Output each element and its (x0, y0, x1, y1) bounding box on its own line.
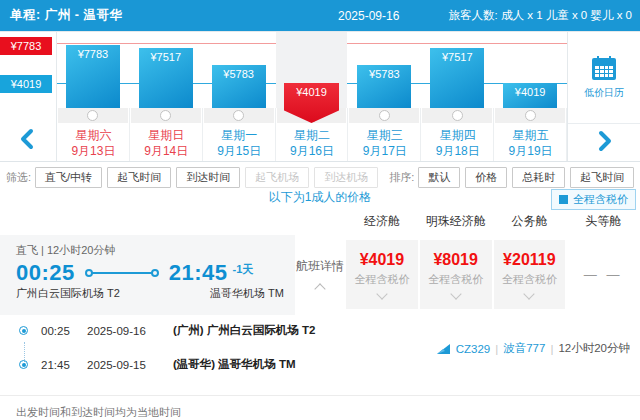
fare-cell-公务舱[interactable]: ¥20119全程含税价 (494, 240, 566, 309)
calendar-day-9月16日[interactable]: ¥4019星期二9月16日 (276, 32, 349, 161)
checkbox-filled-icon (559, 195, 568, 204)
day-date: 9月13日 (57, 143, 130, 160)
calendar-day-9月15日[interactable]: ¥5783星期一9月15日 (203, 32, 276, 161)
segment-date: 2025-09-15 (87, 359, 165, 371)
flight-path-line-icon (89, 272, 155, 274)
chevron-up-icon (314, 283, 325, 294)
calendar-day-9月13日[interactable]: ¥7783星期六9月13日 (57, 32, 130, 161)
price-bar[interactable]: ¥7783 (66, 45, 120, 110)
flight-details-toggle[interactable]: 航班详情 (295, 235, 345, 315)
arrival-airport: 温哥华机场 TM (210, 286, 284, 301)
next-week-button[interactable] (596, 130, 614, 152)
segment-time: 21:45 (41, 359, 81, 371)
price-chart: ¥7783星期六9月13日¥7517星期日9月14日¥5783星期一9月15日¥… (57, 32, 567, 161)
filter-label: 筛选: (6, 170, 31, 185)
fare-cell-头等舱: — — (567, 240, 639, 309)
calendar-day-9月19日[interactable]: ¥4019星期五9月19日 (494, 32, 567, 161)
cabin-header-公务舱: 公务舱 (493, 213, 567, 230)
flight-detail-panel: CZ329 | 波音777 | 12小时20分钟 00:252025-09-16… (0, 315, 640, 395)
day-date: 9月14日 (130, 143, 203, 160)
flight-number: CZ329 (456, 343, 491, 355)
radio-icon (525, 110, 536, 121)
calendar-day-9月18日[interactable]: ¥7517星期四9月18日 (421, 32, 494, 161)
day-weekday: 星期日 (130, 127, 203, 144)
fare-unavailable: — — (584, 267, 623, 282)
day-date: 9月18日 (421, 143, 494, 160)
sort-button-起飞时间[interactable]: 起飞时间 (570, 167, 634, 188)
day-date: 9月16日 (276, 143, 349, 160)
fare-price: ¥8019 (433, 251, 478, 269)
sort-button-默认[interactable]: 默认 (418, 167, 460, 188)
airline-info: CZ329 | 波音777 | 12小时20分钟 (436, 341, 630, 356)
price-bar[interactable]: ¥5783 (212, 65, 266, 110)
price-bar[interactable]: ¥4019 (503, 83, 557, 110)
day-weekday: 星期六 (57, 127, 130, 144)
tax-included-label: 全程含税价 (573, 192, 628, 207)
day-radio[interactable] (58, 108, 128, 123)
sort-button-价格[interactable]: 价格 (465, 167, 507, 188)
side-panel-divider (568, 123, 640, 124)
filter-buttons: 直飞/中转起飞时间到达时间起飞机场到达机场 (35, 167, 383, 188)
day-radio[interactable] (422, 108, 492, 123)
fare-price: ¥4019 (360, 251, 405, 269)
price-calendar: ¥7783 ¥4019 ¥7783星期六9月13日¥7517星期日9月14日¥5… (0, 31, 640, 162)
chevron-down-icon (524, 288, 535, 299)
segment-airport: (温哥华) 温哥华机场 TM (173, 357, 296, 372)
price-chart-columns: ¥7783星期六9月13日¥7517星期日9月14日¥5783星期一9月15日¥… (57, 32, 567, 161)
segment-time: 00:25 (41, 325, 81, 337)
leg-duration: 12小时20分钟 (558, 341, 630, 356)
trip-header-bar: 单程: 广州 - 温哥华 2025-09-16 旅客人数: 成人 x 1 儿童 … (0, 0, 640, 31)
flight-type-duration: 直飞 | 12小时20分钟 (16, 243, 295, 258)
trip-route-cities: 广州 - 温哥华 (45, 8, 123, 22)
calendar-side-panel: 低价日历 (567, 32, 640, 161)
radio-icon (452, 110, 463, 121)
fare-cell-经济舱[interactable]: ¥4019全程含税价 (346, 240, 418, 309)
segment-airport: (广州) 广州白云国际机场 T2 (173, 323, 315, 338)
flight-search-page: 单程: 广州 - 温哥华 2025-09-16 旅客人数: 成人 x 1 儿童 … (0, 0, 640, 420)
cabin-class-header: 经济舱明珠经济舱公务舱头等舱 (0, 208, 640, 235)
price-bar[interactable]: ¥5783 (357, 65, 411, 110)
filter-button-到达时间[interactable]: 到达时间 (176, 167, 240, 188)
fare-tax-note: 全程含税价 (428, 272, 483, 287)
day-radio[interactable] (349, 108, 419, 123)
trip-date: 2025-09-16 (338, 9, 399, 23)
day-date: 9月19日 (494, 143, 567, 160)
low-price-calendar-icon[interactable] (592, 58, 616, 80)
day-weekday: 星期二 (276, 127, 349, 144)
cabin-header-明珠经济舱: 明珠经济舱 (419, 213, 493, 230)
flight-details-label: 航班详情 (296, 258, 344, 275)
flight-result-card: 直飞 | 12小时20分钟 00:25 21:45 -1天 广州白云国际机场 T… (0, 235, 640, 315)
radio-icon (87, 110, 98, 121)
calendar-day-9月14日[interactable]: ¥7517星期日9月14日 (130, 32, 203, 161)
cabin-header-头等舱: 头等舱 (566, 213, 640, 230)
chevron-down-icon (376, 288, 387, 299)
low-price-calendar-label[interactable]: 低价日历 (568, 86, 640, 100)
trip-route: 单程: 广州 - 温哥华 (10, 7, 122, 24)
segment-date: 2025-09-16 (87, 325, 165, 337)
fare-cells: ¥4019全程含税价¥8019全程含税价¥20119全程含税价— — (345, 235, 640, 315)
day-radio[interactable] (495, 108, 565, 123)
divider: | (495, 343, 498, 355)
day-radio[interactable] (131, 108, 201, 123)
sort-button-总耗时[interactable]: 总耗时 (512, 167, 565, 188)
segment-stop-icon (19, 360, 28, 369)
prev-week-button[interactable] (18, 128, 36, 150)
departure-airport: 广州白云国际机场 T2 (16, 286, 162, 301)
tax-included-toggle[interactable]: 全程含税价 (551, 189, 636, 210)
filter-button-到达机场: 到达机场 (314, 167, 378, 188)
filter-button-直飞/中转[interactable]: 直飞/中转 (35, 167, 102, 188)
filter-button-起飞时间[interactable]: 起飞时间 (107, 167, 171, 188)
price-bar[interactable]: ¥7517 (139, 48, 193, 110)
airline-logo-icon (436, 343, 451, 355)
price-bar[interactable]: ¥7517 (430, 48, 484, 110)
price-axis: ¥7783 ¥4019 (0, 32, 57, 161)
day-date: 9月15日 (203, 143, 276, 160)
arrival-day-offset: -1天 (233, 262, 254, 277)
fare-tax-note: 全程含税价 (354, 272, 409, 287)
calendar-day-9月17日[interactable]: ¥5783星期三9月17日 (348, 32, 421, 161)
sort-label: 排序: (389, 170, 414, 185)
day-weekday: 星期五 (494, 127, 567, 144)
fare-cell-明珠经济舱[interactable]: ¥8019全程含税价 (420, 240, 492, 309)
axis-low-price-label: ¥4019 (0, 75, 52, 93)
day-radio[interactable] (204, 108, 274, 123)
